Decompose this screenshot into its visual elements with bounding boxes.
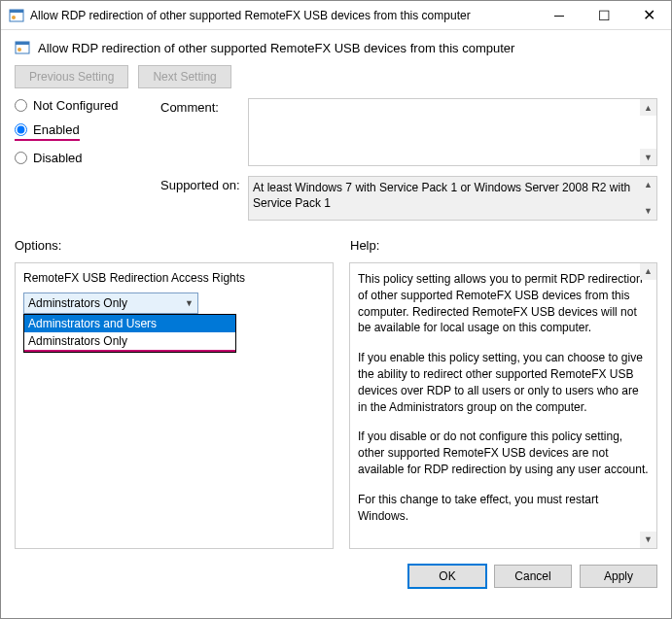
comment-label: Comment:	[160, 98, 248, 166]
dropdown-item-admins-users[interactable]: Adminstrators and Users	[24, 315, 235, 332]
radio-enabled-input[interactable]	[15, 123, 27, 136]
scroll-down-icon[interactable]: ▼	[640, 203, 656, 220]
maximize-button[interactable]: ☐	[582, 1, 626, 29]
svg-rect-1	[10, 10, 23, 13]
cancel-button[interactable]: Cancel	[494, 565, 572, 588]
svg-point-5	[18, 48, 21, 52]
previous-setting-button[interactable]: Previous Setting	[15, 65, 128, 88]
radio-disabled-label: Disabled	[33, 151, 83, 165]
window-title: Allow RDP redirection of other supported…	[30, 9, 537, 22]
policy-icon	[15, 40, 30, 55]
help-paragraph: If you disable or do not configure this …	[358, 429, 649, 477]
scroll-down-icon[interactable]: ▼	[640, 532, 656, 548]
help-paragraph: If you enable this policy setting, you c…	[358, 350, 649, 415]
help-paragraph: This policy setting allows you to permit…	[358, 271, 649, 336]
radio-enabled[interactable]: Enabled	[15, 122, 80, 141]
scroll-up-icon[interactable]: ▲	[640, 263, 656, 280]
radio-disabled[interactable]: Disabled	[15, 151, 141, 165]
minimize-button[interactable]: ─	[537, 1, 582, 29]
close-button[interactable]: ✕	[626, 1, 671, 29]
chevron-down-icon: ▼	[185, 298, 194, 308]
supported-on-value: At least Windows 7 with Service Pack 1 o…	[253, 181, 653, 211]
scroll-up-icon[interactable]: ▲	[640, 99, 656, 116]
radio-not-configured-input[interactable]	[15, 99, 27, 112]
help-paragraph: For this change to take effect, you must…	[358, 492, 649, 525]
access-rights-combo[interactable]: Adminstrators Only ▼	[23, 292, 198, 314]
help-section-label: Help:	[350, 238, 379, 253]
header-label: Allow RDP redirection of other supported…	[38, 41, 514, 55]
dropdown-item-admins-only[interactable]: Adminstrators Only	[24, 332, 235, 352]
radio-enabled-label: Enabled	[33, 122, 80, 137]
supported-label: Supported on:	[160, 176, 248, 221]
policy-icon	[9, 8, 24, 23]
scroll-down-icon[interactable]: ▼	[640, 149, 656, 165]
svg-point-2	[12, 16, 16, 19]
titlebar: Allow RDP redirection of other supported…	[1, 1, 671, 30]
radio-not-configured[interactable]: Not Configured	[15, 98, 141, 113]
comment-textarea[interactable]: ▲ ▼	[248, 98, 657, 166]
options-title: RemoteFX USB Redirection Access Rights	[23, 271, 325, 285]
radio-not-configured-label: Not Configured	[33, 98, 118, 113]
scroll-up-icon[interactable]: ▲	[640, 177, 656, 193]
options-pane: RemoteFX USB Redirection Access Rights A…	[15, 262, 334, 549]
radio-disabled-input[interactable]	[15, 152, 27, 164]
help-pane: This policy setting allows you to permit…	[349, 262, 657, 549]
ok-button[interactable]: OK	[408, 565, 486, 588]
supported-on-text: At least Windows 7 with Service Pack 1 o…	[248, 176, 657, 221]
access-rights-dropdown: Adminstrators and Users Adminstrators On…	[23, 314, 236, 353]
next-setting-button[interactable]: Next Setting	[138, 65, 230, 88]
combo-value: Adminstrators Only	[28, 296, 127, 310]
options-section-label: Options:	[15, 238, 350, 253]
svg-rect-4	[16, 42, 29, 45]
header: Allow RDP redirection of other supported…	[1, 30, 671, 59]
apply-button[interactable]: Apply	[580, 565, 657, 588]
